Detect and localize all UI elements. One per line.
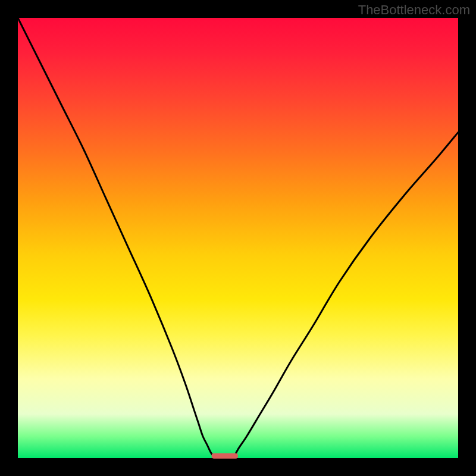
credit-label: TheBottleneck.com	[358, 2, 470, 18]
bottleneck-marker	[212, 453, 238, 459]
outer-frame: TheBottleneck.com	[0, 0, 476, 476]
credit-text: TheBottleneck.com	[358, 2, 470, 18]
curve-left	[18, 18, 216, 458]
chart-svg	[18, 18, 458, 458]
curve-right	[234, 132, 458, 458]
